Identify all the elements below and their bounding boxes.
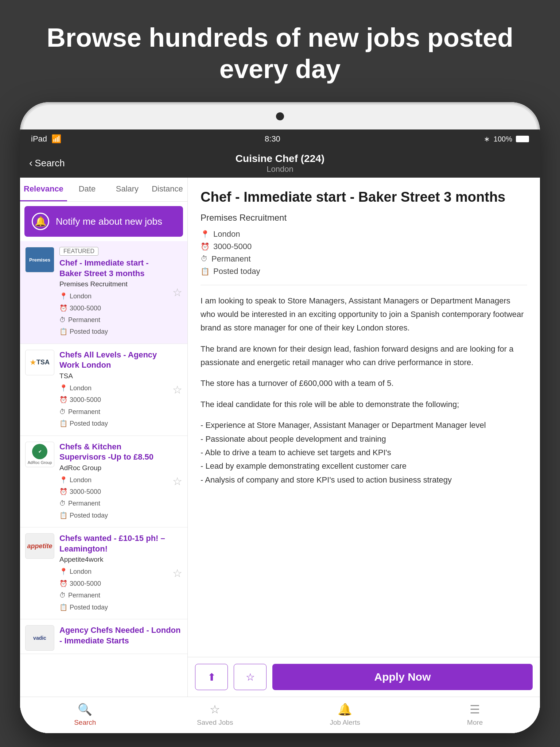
battery-icon bbox=[516, 136, 529, 142]
status-bar: iPad 📶 8:30 ∗ 100% bbox=[20, 129, 540, 148]
detail-para-3: The store has a turnover of £600,000 wit… bbox=[201, 376, 527, 390]
tab-saved-jobs[interactable]: ☆ Saved Jobs bbox=[150, 703, 280, 727]
detail-type: Permanent bbox=[211, 254, 251, 264]
status-time: 8:30 bbox=[265, 134, 280, 144]
detail-company: Premises Recruitment bbox=[201, 213, 527, 223]
save-job-2[interactable]: ☆ bbox=[172, 383, 182, 396]
more-label: More bbox=[467, 719, 483, 727]
job-item-5[interactable]: vadic Agency Chefs Needed - London - Imm… bbox=[20, 619, 187, 654]
type-icon-2: ⏱ bbox=[59, 406, 66, 418]
detail-title: Chef - Immediate start - Baker Street 3 … bbox=[201, 189, 527, 206]
apply-button[interactable]: Apply Now bbox=[272, 664, 533, 690]
company-logo-1: Premises bbox=[25, 247, 54, 272]
job-title-3: Chefs & Kitchen Supervisors -Up to £8.50 bbox=[59, 442, 167, 462]
adroc-circle: ✔ bbox=[32, 444, 47, 459]
screen: iPad 📶 8:30 ∗ 100% ‹ Search Cuisine Chef… bbox=[20, 129, 540, 733]
job-meta-4: 📍 London ⏰ 3000-5000 ⏱ Permanent 📋 Poste… bbox=[59, 566, 167, 613]
job-list: Premises FEATURED Chef - Immediate start… bbox=[20, 241, 187, 697]
company-logo-4: appetite bbox=[25, 533, 54, 559]
detail-para-4: The ideal candidate for this role will b… bbox=[201, 398, 527, 411]
salary-icon-4: ⏰ bbox=[59, 578, 67, 589]
content-area: Relevance Date Salary Distance 🔔 Notify … bbox=[20, 178, 540, 697]
wifi-icon: 📶 bbox=[51, 134, 61, 144]
job-info-5: Agency Chefs Needed - London - Immediate… bbox=[59, 625, 182, 647]
tab-job-alerts[interactable]: 🔔 Job Alerts bbox=[280, 703, 410, 727]
detail-para-5: - Experience at Store Manager, Assistant… bbox=[201, 418, 527, 487]
save-button[interactable]: ☆ bbox=[234, 664, 267, 690]
posted-icon-3: 📋 bbox=[59, 510, 67, 521]
saved-jobs-label: Saved Jobs bbox=[197, 719, 233, 727]
job-meta-3: 📍 London ⏰ 3000-5000 ⏱ Permanent 📋 Poste… bbox=[59, 474, 167, 522]
company-name-4: Appetite4work bbox=[59, 556, 167, 564]
hero-title: Browse hundreds of new jobs posted every… bbox=[0, 0, 560, 100]
notify-banner[interactable]: 🔔 Notify me about new jobs bbox=[24, 206, 183, 237]
detail-posted-icon: 📋 bbox=[201, 267, 210, 276]
tab-search[interactable]: 🔍 Search bbox=[20, 703, 150, 727]
salary-icon-1: ⏰ bbox=[59, 302, 67, 314]
left-panel: Relevance Date Salary Distance 🔔 Notify … bbox=[20, 178, 188, 697]
search-tab-icon: 🔍 bbox=[78, 703, 92, 716]
job-meta-2: 📍 London ⏰ 3000-5000 ⏱ Permanent 📋 Poste… bbox=[59, 382, 167, 430]
job-info-3: Chefs & Kitchen Supervisors -Up to £8.50… bbox=[59, 442, 167, 522]
save-job-1[interactable]: ☆ bbox=[172, 286, 182, 299]
type-icon-3: ⏱ bbox=[59, 498, 66, 509]
tab-more[interactable]: ☰ More bbox=[410, 703, 540, 727]
detail-salary: 3000-5000 bbox=[213, 242, 252, 251]
job-title-5: Agency Chefs Needed - London - Immediate… bbox=[59, 625, 182, 646]
back-label[interactable]: Search bbox=[35, 158, 65, 169]
type-icon-1: ⏱ bbox=[59, 314, 66, 326]
featured-badge: FEATURED bbox=[59, 247, 98, 256]
job-alerts-label: Job Alerts bbox=[330, 719, 360, 727]
device-camera bbox=[276, 112, 284, 120]
nav-subtitle: London bbox=[267, 165, 293, 174]
job-item-2[interactable]: ★ TSA Chefs All Levels - Agency Work Lon… bbox=[20, 344, 187, 436]
save-job-4[interactable]: ☆ bbox=[172, 567, 182, 580]
location-icon-1: 📍 bbox=[59, 290, 67, 302]
detail-para-1: I am looking to speak to Store Managers,… bbox=[201, 294, 527, 335]
job-meta-1: 📍 London ⏰ 3000-5000 ⏱ Permanent 📋 Poste… bbox=[59, 290, 167, 338]
more-icon: ☰ bbox=[470, 703, 480, 716]
nav-bar: ‹ Search Cuisine Chef (224) London bbox=[20, 148, 540, 178]
job-info-1: FEATURED Chef - Immediate start - Baker … bbox=[59, 247, 167, 338]
device-frame: iPad 📶 8:30 ∗ 100% ‹ Search Cuisine Chef… bbox=[20, 102, 540, 733]
share-icon: ⬆ bbox=[207, 671, 216, 683]
share-button[interactable]: ⬆ bbox=[195, 664, 228, 690]
tab-salary[interactable]: Salary bbox=[107, 178, 147, 201]
salary-icon-3: ⏰ bbox=[59, 486, 67, 498]
job-title-2: Chefs All Levels - Agency Work London bbox=[59, 350, 167, 371]
company-name-1: Premises Recruitment bbox=[59, 280, 167, 288]
posted-icon-4: 📋 bbox=[59, 601, 67, 613]
job-item-1[interactable]: Premises FEATURED Chef - Immediate start… bbox=[20, 241, 187, 344]
action-bar: ⬆ ☆ Apply Now bbox=[188, 657, 540, 697]
notify-icon: 🔔 bbox=[32, 213, 49, 230]
save-job-3[interactable]: ☆ bbox=[172, 475, 182, 488]
tab-relevance[interactable]: Relevance bbox=[20, 178, 67, 201]
tab-distance[interactable]: Distance bbox=[147, 178, 187, 201]
detail-location-icon: 📍 bbox=[201, 230, 210, 239]
detail-salary-icon: ⏰ bbox=[201, 242, 210, 251]
detail-body: I am looking to speak to Store Managers,… bbox=[201, 294, 527, 487]
job-info-2: Chefs All Levels - Agency Work London TS… bbox=[59, 350, 167, 430]
job-title-1: Chef - Immediate start - Baker Street 3 … bbox=[59, 258, 167, 279]
device-name: iPad bbox=[31, 134, 47, 144]
bluetooth-icon: ∗ bbox=[484, 135, 490, 143]
location-icon-2: 📍 bbox=[59, 382, 67, 394]
posted-icon-1: 📋 bbox=[59, 326, 67, 337]
detail-location: London bbox=[213, 229, 240, 239]
tab-bar: 🔍 Search ☆ Saved Jobs 🔔 Job Alerts ☰ Mor… bbox=[20, 697, 540, 733]
type-icon-4: ⏱ bbox=[59, 589, 66, 601]
detail-para-2: The brand are known for their design lea… bbox=[201, 342, 527, 369]
company-logo-2: ★ TSA bbox=[25, 350, 54, 375]
job-item-4[interactable]: appetite Chefs wanted - £10-15 ph! – Lea… bbox=[20, 527, 187, 619]
job-alerts-icon: 🔔 bbox=[338, 703, 352, 716]
company-logo-5: vadic bbox=[25, 625, 54, 651]
tab-date[interactable]: Date bbox=[67, 178, 107, 201]
job-item-3[interactable]: ✔ AdRoc Group Chefs & Kitchen Supervisor… bbox=[20, 436, 187, 528]
search-tab-label: Search bbox=[74, 719, 96, 727]
company-name-2: TSA bbox=[59, 372, 167, 380]
sort-tabs: Relevance Date Salary Distance bbox=[20, 178, 187, 202]
bell-icon: 🔔 bbox=[35, 216, 46, 227]
company-name-3: AdRoc Group bbox=[59, 464, 167, 472]
back-button[interactable]: ‹ Search bbox=[29, 157, 65, 169]
job-detail: Chef - Immediate start - Baker Street 3 … bbox=[188, 178, 540, 657]
